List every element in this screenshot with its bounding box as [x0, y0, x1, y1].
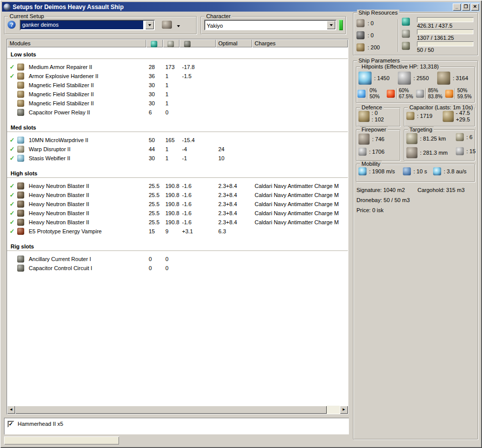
nosferatu-icon: [17, 228, 24, 235]
active-check-icon: ✓: [7, 63, 17, 71]
app-icon: [4, 4, 11, 11]
maximize-button[interactable]: ❐: [462, 4, 470, 11]
module-name: Warp Disruptor II: [26, 146, 146, 152]
charges-column-header[interactable]: Charges: [252, 39, 348, 47]
module-row[interactable]: ✓ Medium Armor Repairer II 28 173 -17.8: [7, 62, 348, 72]
armor-hp: : 2550: [398, 72, 429, 85]
status-tab[interactable]: [119, 436, 234, 444]
drone-icon: [402, 42, 410, 50]
close-button[interactable]: ✕: [471, 4, 479, 11]
scrollbar-thumb[interactable]: [15, 406, 327, 414]
volley-value: : 1706: [369, 149, 385, 155]
minimize-button[interactable]: _: [453, 4, 461, 11]
ship-resources-group: Ship Resources : 0 : 0 : 200 426.31 / 43…: [353, 13, 478, 55]
capacitor-group: Capacitor (Lasts: 1m 10s) : 1719 - 47.5 …: [404, 107, 475, 126]
module-row[interactable]: Capacitor Control Circuit I 0 0: [7, 264, 348, 273]
resist-divider: [426, 88, 427, 99]
module-name: Heavy Neutron Blaster II: [26, 201, 146, 207]
character-combobox[interactable]: Yakiyo: [204, 20, 336, 30]
firepower-dps: : 746: [358, 134, 384, 145]
ship-parameters-group: Ship Parameters Hitpoints (Effective HP:…: [353, 60, 478, 439]
ship-tools-dropdown-icon[interactable]: [177, 25, 180, 29]
module-row[interactable]: ✓ E5 Prototype Energy Vampire 15 9 +3.1 …: [7, 227, 348, 236]
drone-list-item[interactable]: ✓ Hammerhead II x5: [7, 420, 346, 428]
status-tab[interactable]: [234, 436, 349, 444]
active-check-icon: ✓: [7, 210, 17, 217]
module-optimal-value: 2.3+8.4: [216, 201, 252, 207]
module-capacitor-value: -1.6: [179, 201, 216, 207]
shield-resist-value: 85%: [428, 88, 442, 94]
scan-resolution-value: : 281.3 mm: [420, 150, 448, 156]
hardpoint-row: : 200: [356, 41, 397, 53]
module-powergrid-value: 173: [163, 64, 179, 70]
slot-section-title: High slots: [7, 169, 348, 178]
module-capacitor-value: -17.8: [179, 64, 216, 70]
module-row[interactable]: ✓ Heavy Neutron Blaster II 25.5 190.8 -1…: [7, 209, 348, 218]
module-cpu-value: 44: [146, 146, 163, 152]
mag-stab-icon: [17, 100, 24, 107]
modules-column-header[interactable]: Modules: [7, 39, 146, 47]
module-row[interactable]: ✓ 10MN MicroWarpdrive II 50 165 -15.4: [7, 136, 348, 145]
module-name: Heavy Neutron Blaster II: [26, 192, 146, 198]
capacitor-amount-icon: [406, 112, 414, 120]
module-name: E5 Prototype Energy Vampire: [26, 228, 146, 234]
capacitor-amount-value: : 1719: [417, 113, 433, 119]
blaster-icon: [17, 182, 24, 189]
resist-cell: 50% 59.5%: [445, 87, 471, 100]
module-row[interactable]: ✓ Heavy Neutron Blaster II 25.5 190.8 -1…: [7, 190, 348, 200]
powergrid-column-header[interactable]: [163, 39, 179, 47]
slot-section: High slots ✓ Heavy Neutron Blaster II 25…: [7, 169, 348, 236]
module-cpu-value: 25.5: [146, 183, 163, 189]
resource-progressbar: [417, 29, 473, 34]
module-powergrid-value: 1: [163, 82, 179, 88]
character-dropdown-button[interactable]: [327, 21, 335, 29]
hardpoint-value: : 0: [368, 20, 374, 26]
setup-dropdown-button[interactable]: [145, 21, 154, 29]
module-row[interactable]: Capacitor Power Relay II 6 0: [7, 108, 348, 117]
defence-value-1: : 0: [372, 110, 384, 116]
thermal-icon: [387, 90, 395, 98]
capacitor-column-header[interactable]: [179, 39, 216, 47]
scroll-right-button[interactable]: ►: [340, 406, 348, 414]
module-row[interactable]: ✓ Stasis Webifier II 30 1 -1 10: [7, 154, 348, 163]
module-list-header[interactable]: Modules Optimal Charges: [7, 39, 348, 47]
module-powergrid-value: 190.8: [163, 210, 179, 216]
help-icon[interactable]: ?: [8, 21, 16, 29]
module-name: Heavy Neutron Blaster II: [26, 219, 146, 225]
slot-section-title: Med slots: [7, 123, 348, 132]
module-powergrid-value: 0: [163, 265, 179, 271]
title-bar[interactable]: Setups for Deimos Heavy Assault Ship _ ❐…: [2, 2, 480, 12]
sensor-strength: : 15: [456, 147, 475, 155]
shield-resist-value: 50%: [457, 88, 471, 94]
active-check-icon: ✓: [7, 146, 17, 153]
module-cpu-value: 25.5: [146, 219, 163, 225]
cap-relay-icon: [17, 109, 24, 116]
module-row[interactable]: ✓ Armor Explosive Hardener II 36 1 -1.5: [7, 72, 348, 81]
status-tab[interactable]: [4, 436, 119, 444]
module-row[interactable]: Magnetic Field Stabilizer II 30 1: [7, 90, 348, 99]
module-row[interactable]: Magnetic Field Stabilizer II 30 1: [7, 99, 348, 108]
hardpoint-value: : 200: [368, 44, 380, 50]
kinetic-icon: [416, 90, 424, 98]
module-row[interactable]: Ancillary Current Router I 0 0: [7, 254, 348, 264]
drone-checkbox[interactable]: ✓: [8, 421, 14, 427]
max-targets-icon: [456, 133, 464, 141]
cpu-column-header[interactable]: [146, 39, 163, 47]
module-row[interactable]: Magnetic Field Stabilizer II 30 1: [7, 81, 348, 90]
module-charge-name: Caldari Navy Antimatter Charge M: [252, 192, 348, 198]
align-time-icon: [403, 167, 411, 175]
dps-value: : 746: [372, 136, 384, 142]
mobility-warp: : 3.8 au/s: [433, 167, 466, 175]
module-row[interactable]: ✓ Heavy Neutron Blaster II 25.5 190.8 -1…: [7, 181, 348, 190]
module-row[interactable]: ✓ Heavy Neutron Blaster II 25.5 190.8 -1…: [7, 200, 348, 209]
module-row[interactable]: ✓ Heavy Neutron Blaster II 25.5 190.8 -1…: [7, 218, 348, 227]
module-row[interactable]: ✓ Warp Disruptor II 44 1 -4 24: [7, 145, 348, 154]
resource-bar-value: 426.31 / 437.5: [417, 23, 452, 29]
stasis-web-icon: [17, 155, 24, 162]
ship-tools-icon[interactable]: [162, 21, 172, 29]
optimal-column-header[interactable]: Optimal: [216, 39, 252, 47]
slot-section: Rig slots Ancillary Current Router I 0 0…: [7, 242, 348, 273]
setup-combobox[interactable]: ganker deimos: [20, 20, 155, 30]
scroll-left-button[interactable]: ◄: [7, 406, 15, 414]
horizontal-scrollbar[interactable]: ◄ ►: [7, 406, 348, 414]
